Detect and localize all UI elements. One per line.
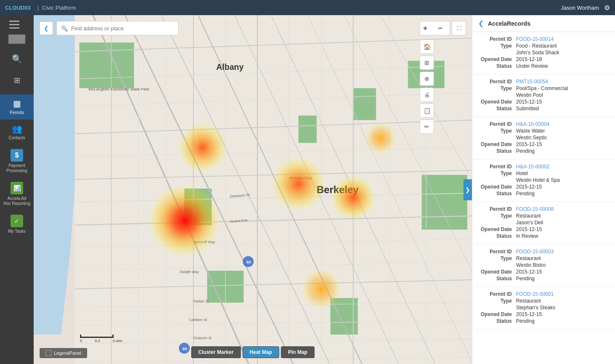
pin-map-button[interactable]: Pin Map: [281, 346, 314, 358]
record-row: TypeRestaurant: [478, 255, 609, 261]
record-permit-id-link[interactable]: PMT15-00054: [516, 79, 609, 85]
scale-bar: 0 0.2 0.4mi: [80, 335, 122, 343]
record-label: Opened Date: [478, 311, 516, 317]
record-row: TypePool/Spa - Commercial: [478, 85, 609, 91]
legend-panel[interactable]: LegendPanel: [40, 348, 87, 358]
home-button[interactable]: 🏠: [420, 40, 434, 54]
record-permit-id-link[interactable]: H&A-15-00002: [516, 164, 609, 170]
cluster-marker-button[interactable]: Cluster Marker: [191, 346, 241, 358]
record-value: John's Soda Shack: [516, 50, 609, 56]
record-label: Type: [478, 128, 516, 134]
sidebar-item-permits[interactable]: ▦ Permits: [0, 94, 34, 120]
map-back-button[interactable]: ❮: [40, 21, 53, 35]
sidebar-item-search[interactable]: 🔍: [0, 50, 34, 70]
svg-rect-4: [298, 116, 317, 143]
record-value: Waste Water: [516, 128, 609, 134]
record-label: [478, 135, 516, 141]
record-value: Westin Septic: [516, 135, 609, 141]
map-search-input[interactable]: [71, 25, 174, 32]
record-value: Pending: [516, 276, 609, 282]
svg-rect-5: [353, 88, 376, 120]
layers-button[interactable]: ⊕: [420, 72, 434, 86]
record-row: Jason's Deli: [478, 220, 609, 226]
zoom-in-button[interactable]: + −: [420, 21, 450, 35]
sidebar-logo-block: [8, 35, 25, 44]
draw-button[interactable]: ✏: [420, 120, 434, 134]
svg-text:80: 80: [246, 260, 251, 264]
topbar-divider: |: [37, 5, 39, 11]
record-value: Pool/Spa - Commercial: [516, 85, 609, 91]
topbar-title: Civic Platform: [42, 5, 76, 11]
record-permit-id-link[interactable]: FOOD-15-00008: [516, 206, 609, 212]
gear-icon[interactable]: ⚙: [604, 4, 610, 12]
record-row: Permit IDFOOD-15-00003: [478, 249, 609, 255]
sidebar-item-tasks[interactable]: ✓ My Tasks: [0, 210, 34, 238]
record-label: [478, 50, 516, 56]
map-expand-right[interactable]: ❯: [463, 179, 472, 200]
record-permit-id-link[interactable]: FOOD-15-00001: [516, 291, 609, 297]
svg-text:80: 80: [183, 346, 187, 351]
record-row: John's Soda Shack: [478, 50, 609, 56]
map-bottom-toolbar: Cluster Marker Heat Map Pin Map: [191, 346, 314, 358]
record-label: [478, 177, 516, 183]
report-button[interactable]: 📋: [420, 104, 434, 118]
record-row: TypeRestaurant: [478, 213, 609, 219]
main-area: 🔍 ⊞ ▦ Permits 👥 Contacts $ PaymentProces…: [0, 15, 615, 364]
sidebar-item-grid[interactable]: ⊞: [0, 72, 34, 91]
right-panel: ❮ AccelaRecords Permit IDFOOD-15-00014Ty…: [472, 15, 615, 364]
record-row: Westin Hotel & Spa: [478, 177, 609, 183]
layer-grid-button[interactable]: ⊞: [420, 56, 434, 70]
sidebar-item-payment[interactable]: $ PaymentProcessing: [0, 145, 34, 178]
record-row: Westin Pool: [478, 92, 609, 98]
record-label: Permit ID: [478, 36, 516, 42]
record-item: Permit IDFOOD-15-00003TypeRestaurantWest…: [472, 244, 615, 287]
print-button[interactable]: 🖨: [420, 88, 434, 102]
record-value: 2015-12-15: [516, 311, 609, 317]
svg-rect-2: [79, 43, 134, 88]
record-value: Restaurant: [516, 255, 609, 261]
record-label: Type: [478, 170, 516, 176]
record-value: Pending: [516, 191, 609, 197]
record-permit-id-link[interactable]: FOOD-15-00003: [516, 249, 609, 255]
record-label: Status: [478, 148, 516, 154]
record-row: StatusIn Review: [478, 233, 609, 239]
svg-text:Berkeley Way: Berkeley Way: [289, 176, 312, 180]
record-row: StatusPending: [478, 148, 609, 154]
record-label: [478, 92, 516, 98]
record-row: StatusUnder Review: [478, 63, 609, 69]
record-label: Opened Date: [478, 141, 516, 147]
scale-02: 0.2: [95, 339, 100, 343]
fullscreen-button[interactable]: ⛶: [452, 21, 466, 35]
grid-icon: ⊞: [14, 76, 20, 85]
record-row: Stephan's Steaks: [478, 305, 609, 311]
record-value: Submitted: [516, 106, 609, 112]
record-permit-id-link[interactable]: H&A-15-00004: [516, 121, 609, 127]
record-label: Permit ID: [478, 206, 516, 212]
record-row: StatusPending: [478, 318, 609, 324]
topbar-right: Jason Wortham ⚙: [561, 4, 610, 12]
right-panel-back-button[interactable]: ❮: [478, 19, 484, 27]
record-label: Type: [478, 213, 516, 219]
record-label: Permit ID: [478, 79, 516, 85]
record-row: Westin Septic: [478, 135, 609, 141]
record-value: Hotel: [516, 170, 609, 176]
svg-text:Carleton St: Carleton St: [189, 318, 208, 322]
sidebar-item-payment-label: PaymentProcessing: [6, 163, 27, 173]
hamburger-line3: [9, 27, 19, 29]
map-search-box: 🔍: [56, 21, 178, 35]
record-row: Opened Date2015-12-18: [478, 56, 609, 62]
record-label: Status: [478, 233, 516, 239]
record-value: 2015-12-15: [516, 226, 609, 232]
map-container[interactable]: Albany Berkeley McLaughlin Eastshore Sta…: [34, 15, 472, 364]
record-item: Permit IDPMT15-00054TypePool/Spa - Comme…: [472, 74, 615, 117]
record-value: Restaurant: [516, 213, 609, 219]
hamburger-menu[interactable]: [9, 19, 24, 30]
record-label: Type: [478, 43, 516, 49]
record-label: Permit ID: [478, 121, 516, 127]
sidebar-item-reporting[interactable]: 📊 Accela AdHoc Reporting: [0, 178, 34, 210]
sidebar-item-contacts[interactable]: 👥 Contacts: [0, 120, 34, 145]
record-permit-id-link[interactable]: FOOD-15-00014: [516, 36, 609, 42]
record-label: Permit ID: [478, 291, 516, 297]
heat-map-button[interactable]: Heat Map: [242, 346, 279, 358]
record-label: Opened Date: [478, 184, 516, 190]
